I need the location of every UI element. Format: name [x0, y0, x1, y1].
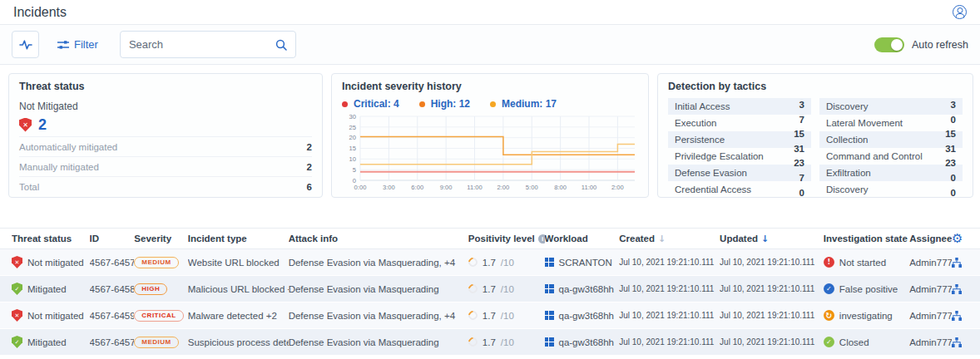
tactics-row[interactable]: Execution — [668, 115, 811, 131]
tactics-row[interactable]: Discovery — [819, 181, 963, 198]
table-row[interactable]: Not mitigated 4567-6459 CRITICAL Malware… — [0, 302, 980, 329]
stat-value: 6 — [307, 182, 312, 192]
column-header-label: Attack info — [289, 234, 338, 243]
threat-status-label: Mitigated — [27, 337, 67, 347]
tactics-column: Initial AccessExecutionPersistencePrivil… — [668, 98, 811, 198]
column-header-threat-status[interactable]: Threat status — [12, 234, 90, 243]
table-row[interactable]: Not mitigated 4567-6457 MEDIUM Website U… — [0, 249, 980, 276]
tactics-row[interactable]: Credential Access — [668, 181, 811, 198]
column-header-actions[interactable]: ⚙ — [952, 233, 968, 245]
investigation-state-label: Closed — [839, 337, 869, 347]
assignee: Admin777 — [909, 284, 952, 294]
workload-name: qa-gw3t68hh — [559, 337, 615, 347]
tactics-row[interactable]: Priviledge Escalation — [668, 148, 811, 165]
gear-icon[interactable]: ⚙ — [952, 233, 963, 245]
svg-text:2:00: 2:00 — [497, 184, 509, 191]
positivity-value: 1.7 — [483, 258, 496, 268]
column-header-workload[interactable]: Workload — [545, 234, 620, 243]
tactic-label: Discovery — [826, 184, 868, 194]
tactic-label: Command and Control — [826, 151, 923, 161]
pulse-icon — [19, 38, 32, 52]
column-header-positivity-level[interactable]: Positivity leveli — [468, 234, 545, 243]
threat-status-shield-icon — [12, 256, 22, 268]
tactics-row[interactable]: Discovery — [819, 98, 963, 115]
positivity-max: /10 — [501, 284, 514, 294]
svg-text:10: 10 — [349, 155, 356, 163]
created-timestamp: Jul 10, 2021 19:21:10.111 — [619, 337, 720, 347]
column-header-updated[interactable]: Updated↓ — [720, 234, 824, 244]
tactic-label: Exfiltration — [826, 168, 871, 178]
not-mitigated-label: Not Mitigated — [19, 101, 312, 112]
severity-badge: MEDIUM — [134, 257, 178, 268]
svg-text:5:00: 5:00 — [526, 184, 538, 191]
legend-label: Medium: 17 — [502, 98, 557, 110]
legend-item[interactable]: Medium: 17 — [490, 98, 557, 110]
incident-type: Website URL blocked — [188, 258, 289, 268]
stat-value: 2 — [307, 142, 312, 152]
threat-status-shield-icon — [12, 309, 22, 322]
legend-item[interactable]: High: 12 — [419, 98, 470, 110]
table-row[interactable]: Mitigated 4567-6457 MEDIUM Suspicious pr… — [0, 329, 980, 356]
chart-legend: Critical: 4High: 12Medium: 17 — [342, 97, 638, 111]
filter-button[interactable]: Filter — [57, 38, 98, 51]
auto-refresh-toggle[interactable] — [874, 37, 904, 52]
attack-info: Defense Evasion via Masquerading — [289, 284, 468, 294]
svg-text:15: 15 — [349, 145, 356, 152]
incident-id: 4567-6457 — [90, 258, 135, 268]
column-header-created[interactable]: Created↓ — [619, 234, 720, 244]
column-header-label: Positivity level — [468, 234, 535, 243]
updated-timestamp: Jul 10, 2021 19:21:10.111 — [720, 284, 824, 293]
tactics-row[interactable]: Lateral Movement — [819, 115, 963, 131]
created-timestamp: Jul 10, 2021 19:21:10.111 — [619, 258, 720, 267]
svg-text:2:00: 2:00 — [611, 184, 624, 191]
tactics-row[interactable]: Collection — [819, 131, 963, 148]
legend-item[interactable]: Critical: 4 — [342, 98, 399, 110]
stat-value: 2 — [307, 162, 312, 172]
info-icon[interactable]: i — [538, 234, 545, 243]
column-header-attack-info[interactable]: Attack info — [289, 234, 468, 243]
legend-dot-icon — [490, 101, 496, 107]
column-header-incident-type[interactable]: Incident type — [188, 234, 289, 243]
incident-id: 4567-6458 — [90, 284, 135, 294]
search-input[interactable] — [129, 38, 275, 51]
tactic-label: Initial Access — [675, 101, 730, 111]
hierarchy-icon[interactable] — [952, 337, 962, 348]
column-header-label: Investigation state — [824, 234, 908, 243]
column-header-id[interactable]: ID — [90, 234, 135, 243]
filter-button-label: Filter — [74, 38, 98, 51]
assignee: Admin777 — [909, 258, 952, 268]
tactic-label: Credential Access — [675, 184, 751, 194]
tactics-row[interactable]: Initial Access — [668, 98, 811, 115]
hierarchy-icon[interactable] — [952, 257, 962, 268]
workload-name: qa-gw3t68hh — [559, 284, 615, 294]
incidents-table: Threat statusIDSeverityIncident typeAtta… — [0, 228, 980, 356]
user-account-icon[interactable] — [953, 5, 967, 19]
tactics-columns: Initial AccessExecutionPersistencePrivil… — [668, 98, 963, 198]
threat-status-shield-icon — [12, 336, 22, 348]
page-title: Incidents — [13, 5, 67, 20]
activity-button[interactable] — [12, 31, 39, 58]
card-title: Incident severity history — [342, 81, 638, 92]
tactics-row[interactable]: Persistence — [668, 131, 811, 148]
tactics-row[interactable]: Exfiltration — [819, 165, 963, 181]
sort-arrow-icon: ↓ — [658, 234, 666, 244]
tactics-row[interactable]: Defense Evasion — [668, 165, 811, 181]
svg-text:3:00: 3:00 — [383, 184, 395, 191]
hierarchy-icon[interactable] — [952, 310, 962, 322]
tactics-row[interactable]: Command and Control — [819, 148, 963, 165]
incident-id: 4567-6457 — [90, 337, 135, 347]
hierarchy-icon[interactable] — [952, 283, 962, 295]
threat-status-rows: Automatically mitigated2Manually mitigat… — [19, 136, 312, 196]
svg-text:25: 25 — [349, 124, 356, 131]
threat-status-label: Not mitigated — [27, 311, 84, 321]
windows-icon — [545, 311, 554, 320]
search-box — [120, 31, 296, 58]
svg-text:20: 20 — [349, 134, 356, 141]
search-icon[interactable] — [275, 39, 287, 51]
table-row[interactable]: Mitigated 4567-6458 HIGH Malicious URL b… — [0, 276, 980, 302]
column-header-assignee[interactable]: Assignee — [909, 234, 952, 243]
column-header-investigation-state[interactable]: Investigation state — [824, 234, 909, 243]
windows-icon — [545, 337, 554, 347]
column-header-severity[interactable]: Severity — [134, 234, 187, 243]
legend-label: Critical: 4 — [354, 98, 399, 110]
